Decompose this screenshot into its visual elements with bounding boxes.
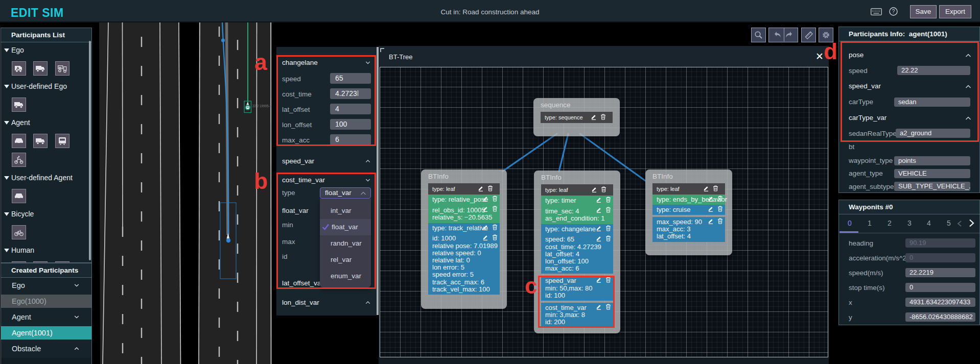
svg-text:▮▮: ▮▮: [59, 66, 62, 69]
svg-text:22.2 19995-1: 22.2 19995-1: [252, 104, 272, 108]
svg-text:?: ?: [892, 8, 895, 14]
svg-text:A: A: [16, 66, 19, 70]
